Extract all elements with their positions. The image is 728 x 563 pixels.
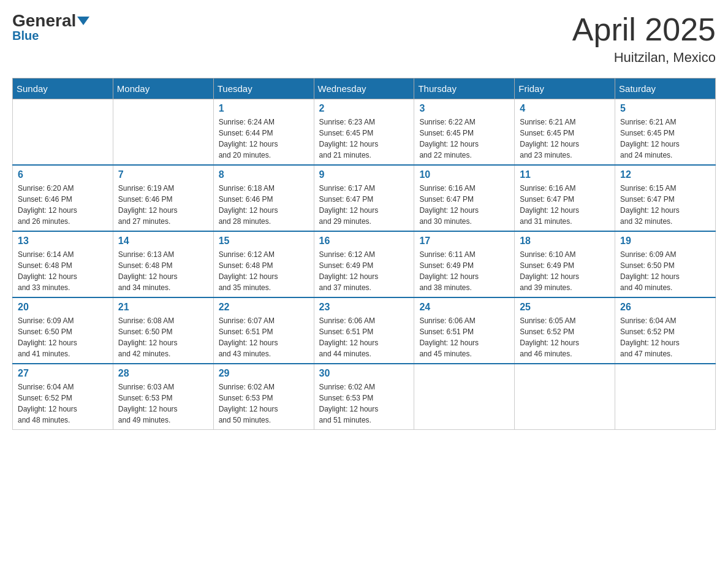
day-info: Sunrise: 6:21 AM Sunset: 6:45 PM Dayligh… xyxy=(620,117,710,161)
day-info: Sunrise: 6:22 AM Sunset: 6:45 PM Dayligh… xyxy=(419,117,509,161)
calendar-cell xyxy=(13,99,113,166)
weekday-header-thursday: Thursday xyxy=(414,79,515,99)
title-block: April 2025 Huitzilan, Mexico xyxy=(572,12,716,66)
calendar-cell: 2Sunrise: 6:23 AM Sunset: 6:45 PM Daylig… xyxy=(314,99,414,166)
calendar-cell: 1Sunrise: 6:24 AM Sunset: 6:44 PM Daylig… xyxy=(213,99,314,166)
day-number: 7 xyxy=(118,169,208,180)
calendar-cell: 27Sunrise: 6:04 AM Sunset: 6:52 PM Dayli… xyxy=(13,364,113,430)
weekday-header-tuesday: Tuesday xyxy=(213,79,314,99)
month-title: April 2025 xyxy=(572,12,716,47)
day-number: 25 xyxy=(520,302,610,313)
weekday-header-wednesday: Wednesday xyxy=(314,79,414,99)
calendar-cell: 16Sunrise: 6:12 AM Sunset: 6:49 PM Dayli… xyxy=(314,231,414,297)
day-info: Sunrise: 6:02 AM Sunset: 6:53 PM Dayligh… xyxy=(219,381,309,426)
day-info: Sunrise: 6:12 AM Sunset: 6:48 PM Dayligh… xyxy=(219,249,309,293)
calendar-cell: 25Sunrise: 6:05 AM Sunset: 6:52 PM Dayli… xyxy=(515,297,615,364)
day-number: 3 xyxy=(419,103,509,114)
day-info: Sunrise: 6:16 AM Sunset: 6:47 PM Dayligh… xyxy=(520,183,610,227)
calendar-cell: 3Sunrise: 6:22 AM Sunset: 6:45 PM Daylig… xyxy=(414,99,515,166)
day-number: 5 xyxy=(620,103,710,114)
calendar-cell xyxy=(515,364,615,430)
day-info: Sunrise: 6:04 AM Sunset: 6:52 PM Dayligh… xyxy=(620,315,710,359)
calendar-cell: 19Sunrise: 6:09 AM Sunset: 6:50 PM Dayli… xyxy=(615,231,716,297)
day-info: Sunrise: 6:21 AM Sunset: 6:45 PM Dayligh… xyxy=(520,117,610,161)
day-number: 17 xyxy=(419,236,509,247)
day-number: 15 xyxy=(219,236,309,247)
day-number: 6 xyxy=(18,169,108,180)
day-info: Sunrise: 6:08 AM Sunset: 6:50 PM Dayligh… xyxy=(118,315,208,359)
day-info: Sunrise: 6:16 AM Sunset: 6:47 PM Dayligh… xyxy=(419,183,509,227)
day-info: Sunrise: 6:14 AM Sunset: 6:48 PM Dayligh… xyxy=(18,249,108,293)
day-number: 30 xyxy=(319,368,409,379)
calendar-cell: 21Sunrise: 6:08 AM Sunset: 6:50 PM Dayli… xyxy=(113,297,213,364)
day-number: 12 xyxy=(620,169,710,180)
logo-triangle-icon xyxy=(77,17,89,25)
day-info: Sunrise: 6:18 AM Sunset: 6:46 PM Dayligh… xyxy=(219,183,309,227)
weekday-header-friday: Friday xyxy=(515,79,615,99)
calendar-cell xyxy=(414,364,515,430)
day-info: Sunrise: 6:12 AM Sunset: 6:49 PM Dayligh… xyxy=(319,249,409,293)
day-number: 19 xyxy=(620,236,710,247)
calendar-cell xyxy=(113,99,213,166)
calendar-cell: 17Sunrise: 6:11 AM Sunset: 6:49 PM Dayli… xyxy=(414,231,515,297)
weekday-header-sunday: Sunday xyxy=(13,79,113,99)
calendar-cell: 13Sunrise: 6:14 AM Sunset: 6:48 PM Dayli… xyxy=(13,231,113,297)
day-number: 1 xyxy=(219,103,309,114)
calendar-cell: 26Sunrise: 6:04 AM Sunset: 6:52 PM Dayli… xyxy=(615,297,716,364)
calendar-cell: 12Sunrise: 6:15 AM Sunset: 6:47 PM Dayli… xyxy=(615,165,716,231)
calendar-cell: 14Sunrise: 6:13 AM Sunset: 6:48 PM Dayli… xyxy=(113,231,213,297)
calendar-cell: 10Sunrise: 6:16 AM Sunset: 6:47 PM Dayli… xyxy=(414,165,515,231)
day-number: 22 xyxy=(219,302,309,313)
calendar-cell: 22Sunrise: 6:07 AM Sunset: 6:51 PM Dayli… xyxy=(213,297,314,364)
calendar-cell: 8Sunrise: 6:18 AM Sunset: 6:46 PM Daylig… xyxy=(213,165,314,231)
day-number: 29 xyxy=(219,368,309,379)
day-info: Sunrise: 6:19 AM Sunset: 6:46 PM Dayligh… xyxy=(118,183,208,227)
day-number: 20 xyxy=(18,302,108,313)
calendar-cell: 6Sunrise: 6:20 AM Sunset: 6:46 PM Daylig… xyxy=(13,165,113,231)
logo-blue-text: Blue xyxy=(12,29,39,42)
day-number: 23 xyxy=(319,302,409,313)
day-number: 21 xyxy=(118,302,208,313)
calendar-table: SundayMondayTuesdayWednesdayThursdayFrid… xyxy=(12,78,716,430)
location-title: Huitzilan, Mexico xyxy=(572,50,716,66)
calendar-cell: 28Sunrise: 6:03 AM Sunset: 6:53 PM Dayli… xyxy=(113,364,213,430)
day-number: 18 xyxy=(520,236,610,247)
day-number: 27 xyxy=(18,368,108,379)
day-info: Sunrise: 6:09 AM Sunset: 6:50 PM Dayligh… xyxy=(620,249,710,293)
day-info: Sunrise: 6:07 AM Sunset: 6:51 PM Dayligh… xyxy=(219,315,309,359)
day-number: 2 xyxy=(319,103,409,114)
day-info: Sunrise: 6:13 AM Sunset: 6:48 PM Dayligh… xyxy=(118,249,208,293)
calendar-cell: 23Sunrise: 6:06 AM Sunset: 6:51 PM Dayli… xyxy=(314,297,414,364)
day-number: 14 xyxy=(118,236,208,247)
day-number: 8 xyxy=(219,169,309,180)
calendar-cell: 30Sunrise: 6:02 AM Sunset: 6:53 PM Dayli… xyxy=(314,364,414,430)
calendar-cell: 5Sunrise: 6:21 AM Sunset: 6:45 PM Daylig… xyxy=(615,99,716,166)
day-info: Sunrise: 6:04 AM Sunset: 6:52 PM Dayligh… xyxy=(18,381,108,426)
calendar-cell: 15Sunrise: 6:12 AM Sunset: 6:48 PM Dayli… xyxy=(213,231,314,297)
day-info: Sunrise: 6:03 AM Sunset: 6:53 PM Dayligh… xyxy=(118,381,208,426)
calendar-cell: 7Sunrise: 6:19 AM Sunset: 6:46 PM Daylig… xyxy=(113,165,213,231)
logo-general-text: General xyxy=(12,12,76,29)
day-number: 16 xyxy=(319,236,409,247)
day-info: Sunrise: 6:23 AM Sunset: 6:45 PM Dayligh… xyxy=(319,117,409,161)
day-number: 9 xyxy=(319,169,409,180)
day-number: 26 xyxy=(620,302,710,313)
day-number: 11 xyxy=(520,169,610,180)
day-info: Sunrise: 6:06 AM Sunset: 6:51 PM Dayligh… xyxy=(319,315,409,359)
day-number: 10 xyxy=(419,169,509,180)
calendar-cell: 18Sunrise: 6:10 AM Sunset: 6:49 PM Dayli… xyxy=(515,231,615,297)
day-number: 4 xyxy=(520,103,610,114)
calendar-cell: 4Sunrise: 6:21 AM Sunset: 6:45 PM Daylig… xyxy=(515,99,615,166)
day-info: Sunrise: 6:20 AM Sunset: 6:46 PM Dayligh… xyxy=(18,183,108,227)
calendar-cell: 29Sunrise: 6:02 AM Sunset: 6:53 PM Dayli… xyxy=(213,364,314,430)
day-number: 24 xyxy=(419,302,509,313)
day-info: Sunrise: 6:02 AM Sunset: 6:53 PM Dayligh… xyxy=(319,381,409,426)
day-info: Sunrise: 6:11 AM Sunset: 6:49 PM Dayligh… xyxy=(419,249,509,293)
calendar-cell: 11Sunrise: 6:16 AM Sunset: 6:47 PM Dayli… xyxy=(515,165,615,231)
day-info: Sunrise: 6:05 AM Sunset: 6:52 PM Dayligh… xyxy=(520,315,610,359)
weekday-header-saturday: Saturday xyxy=(615,79,716,99)
weekday-header-monday: Monday xyxy=(113,79,213,99)
logo: General Blue xyxy=(12,12,89,42)
day-info: Sunrise: 6:10 AM Sunset: 6:49 PM Dayligh… xyxy=(520,249,610,293)
day-info: Sunrise: 6:17 AM Sunset: 6:47 PM Dayligh… xyxy=(319,183,409,227)
